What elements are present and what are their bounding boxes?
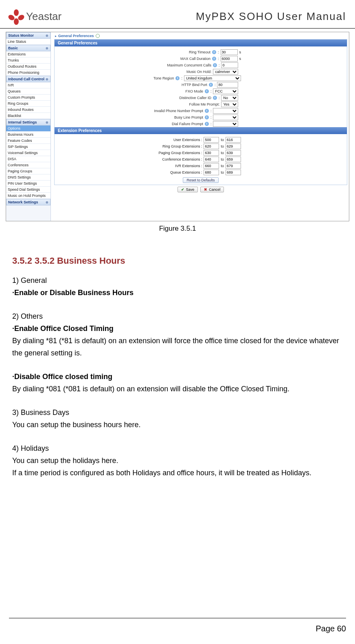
ext-row-label: Paging Group Extensions :	[158, 151, 202, 155]
ext-from-input[interactable]	[204, 157, 219, 162]
ext-row-label: User Extensions :	[173, 138, 202, 142]
sidebar-group-label: Status Monitor	[8, 33, 34, 37]
sidebar-item-disa[interactable]: DISA	[6, 156, 50, 162]
ext-from-input[interactable]	[204, 143, 219, 149]
ext-to-input[interactable]	[226, 163, 241, 169]
ext-row-label: Ring Group Extensions :	[162, 144, 202, 148]
follow-me-select[interactable]: Yes	[221, 101, 238, 107]
ext-to-input[interactable]	[226, 150, 241, 156]
max-concurrent-input[interactable]	[221, 62, 238, 68]
dial-fail-label: Dial Failure Prompt	[172, 122, 203, 126]
sidebar-group-label: Inbound Call Control	[8, 77, 44, 81]
sidebar-item-sip-settings[interactable]: SIP Settings	[6, 144, 50, 150]
page-header: Yeastar MyPBX SOHO User Manual	[0, 0, 355, 29]
sidebar-item-line-status[interactable]: Line Status	[6, 39, 50, 45]
save-button[interactable]: ✔ Save	[178, 187, 198, 192]
collapse-icon: ⊗	[46, 34, 48, 37]
para-bold: ·Enable or Disable Business Hours	[12, 287, 343, 299]
ext-to-input[interactable]	[226, 170, 241, 175]
ring-timeout-label: Ring Timeout	[189, 50, 210, 54]
ext-to-input[interactable]	[226, 157, 241, 162]
save-label: Save	[186, 187, 195, 192]
para: You can setup the holidays here.	[12, 454, 343, 467]
cross-icon: ✖	[204, 187, 207, 192]
seconds-unit: s	[239, 57, 241, 61]
sidebar-item-trunks[interactable]: Trunks	[6, 57, 50, 64]
refresh-icon[interactable]	[96, 34, 100, 38]
ext-from-input[interactable]	[204, 150, 219, 156]
sidebar-item-extensions[interactable]: Extensions	[6, 51, 50, 57]
panel-title: General Preferences	[55, 40, 347, 46]
action-bar: ✔ Save ✖ Cancel	[54, 185, 347, 194]
caller-id-select[interactable]: No	[221, 95, 238, 101]
figure-caption: Figure 3.5.1	[6, 221, 349, 233]
sidebar-item-queues[interactable]: Queues	[6, 88, 50, 95]
check-icon: ✔	[181, 187, 184, 192]
sidebar-group-network[interactable]: Network Settings ⊗	[6, 199, 50, 205]
ext-to-input[interactable]	[226, 143, 241, 149]
ext-to-input[interactable]	[226, 137, 241, 143]
sidebar-item-pin-user-settings[interactable]: PIN User Settings	[6, 181, 50, 187]
max-call-input[interactable]	[221, 56, 238, 62]
info-icon[interactable]: i	[205, 122, 209, 126]
info-icon[interactable]: i	[209, 83, 213, 87]
sidebar-group-basic[interactable]: Basic ⊗	[6, 45, 50, 51]
sidebar-group-status-monitor[interactable]: Status Monitor ⊗	[6, 32, 50, 39]
sidebar-item-voicemail-settings[interactable]: Voicemail Settings	[6, 150, 50, 156]
http-port-label: HTTP Bind Port	[182, 83, 207, 87]
sidebar-item-moh-prompts[interactable]: Music on Hold Prompts	[6, 193, 50, 199]
ext-form: User Extensions : to Ring Group Extensio…	[55, 134, 347, 185]
sidebar-item-outbound-routes[interactable]: Outbound Routes	[6, 64, 50, 70]
invalid-prompt-select[interactable]	[213, 108, 238, 114]
sidebar-item-dnis-settings[interactable]: DNIS Settings	[6, 174, 50, 181]
info-icon[interactable]: i	[205, 109, 209, 113]
general-form: Ring Timeout i: s MAX Call Duration i: s…	[55, 46, 347, 127]
para: If a time period is configured as both H…	[12, 467, 343, 479]
sidebar-item-custom-prompts[interactable]: Custom Prompts	[6, 95, 50, 101]
sidebar-item-paging-groups[interactable]: Paging Groups	[6, 168, 50, 174]
para: You can setup the business hours here.	[12, 419, 343, 431]
reset-defaults-button[interactable]: Reset to Defaults	[183, 177, 218, 183]
ext-from-input[interactable]	[204, 163, 219, 169]
ext-from-input[interactable]	[204, 137, 219, 143]
busy-prompt-select[interactable]	[213, 115, 238, 120]
busy-prompt-label: Busy Line Prompt	[174, 115, 203, 119]
dial-fail-select[interactable]	[213, 121, 238, 127]
info-icon[interactable]: i	[205, 89, 209, 93]
to-label: to	[221, 151, 224, 155]
collapse-icon: ⊗	[46, 121, 48, 124]
ring-timeout-input[interactable]	[221, 49, 238, 55]
moh-select[interactable]: calmriver	[213, 69, 238, 75]
sidebar-group-internal[interactable]: Internal Settings ⊗	[6, 119, 50, 126]
info-icon[interactable]: i	[175, 76, 180, 80]
ext-from-input[interactable]	[204, 170, 219, 175]
sidebar-item-business-hours[interactable]: Business Hours	[6, 132, 50, 138]
cancel-button[interactable]: ✖ Cancel	[200, 187, 224, 192]
sidebar-item-conferences[interactable]: Conferences	[6, 162, 50, 168]
to-label: to	[221, 170, 224, 174]
info-icon[interactable]: i	[205, 115, 209, 119]
info-icon[interactable]: i	[213, 63, 217, 67]
sidebar-item-inbound-routes[interactable]: Inbound Routes	[6, 107, 50, 113]
info-icon[interactable]: i	[212, 50, 216, 54]
fxo-mode-select[interactable]: FCC	[213, 88, 238, 94]
sidebar-item-ivr[interactable]: IVR	[6, 82, 50, 88]
info-icon[interactable]: i	[212, 57, 216, 61]
section-heading: 3.5.2 3.5.2 Business Hours	[12, 256, 343, 274]
sidebar-item-phone-provisioning[interactable]: Phone Provisioning	[6, 70, 50, 76]
tone-region-select[interactable]: United Kingdom	[184, 75, 241, 81]
sidebar-item-blacklist[interactable]: Blacklist	[6, 113, 50, 119]
para: By dialing *81 (*81 is default) on an ex…	[12, 335, 343, 359]
max-concurrent-label: Maximum Concurrent Calls	[167, 63, 211, 67]
sidebar-item-speed-dial[interactable]: Speed Dial Settings	[6, 187, 50, 193]
figure-3-5-1: Status Monitor ⊗ Line Status Basic ⊗ Ext…	[0, 29, 355, 233]
chevron-right-icon: ▸	[55, 34, 57, 38]
info-icon[interactable]: i	[213, 96, 217, 100]
document-body: 3.5.2 3.5.2 Business Hours 1) General ·E…	[0, 233, 355, 479]
page-footer: Page 60	[9, 618, 346, 633]
sidebar-item-ring-groups[interactable]: Ring Groups	[6, 101, 50, 107]
sidebar-item-options[interactable]: Options	[6, 126, 50, 132]
sidebar-group-inbound[interactable]: Inbound Call Control ⊗	[6, 76, 50, 82]
sidebar-item-feature-codes[interactable]: Feature Codes	[6, 138, 50, 144]
http-port-input[interactable]	[217, 82, 238, 88]
